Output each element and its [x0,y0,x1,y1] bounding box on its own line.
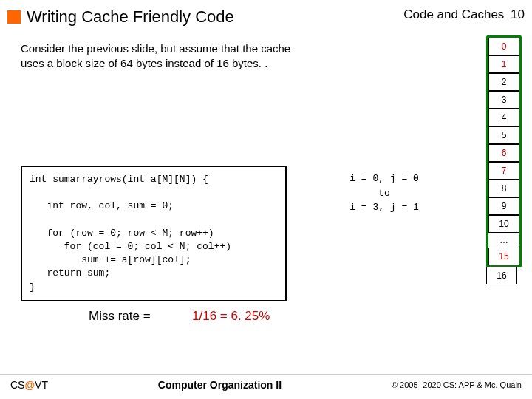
cache-row: 1 [488,55,519,73]
miss-rate-value: 1/16 = 6. 25% [192,309,270,324]
at-icon: @ [24,379,35,391]
footer-copyright: © 2005 -2020 CS: APP & Mc. Quain [392,381,522,389]
code-block: int sumarrayrows(int a[M][N]) { int row,… [21,166,287,301]
iteration-range: i = 0, j = 0 to i = 3, j = 1 [332,171,436,215]
ij-line1: i = 0, j = 0 [332,171,436,186]
footer-title: Computer Organization II [158,379,282,391]
footer-cs: CS [10,379,24,391]
ij-line3: i = 3, j = 1 [332,200,436,215]
page-number: 10 [511,7,525,21]
cache-row: 10 [488,215,519,233]
footer-brand: CS@VT [10,379,48,391]
bullet-icon [7,10,21,24]
miss-rate-label: Miss rate = [89,309,151,324]
ij-line2: to [332,186,436,201]
cache-row: 2 [488,73,519,91]
cache-ellipsis: … [488,233,519,248]
section-text: Code and Caches [403,7,504,21]
cache-row: 6 [488,144,519,162]
cache-diagram: 0 1 2 3 4 5 6 7 8 9 10 … 15 16 [486,35,522,284]
cache-row: 3 [488,91,519,109]
footer-vt: VT [35,379,48,391]
section-label: Code and Caches 10 [403,7,525,22]
cache-row: 9 [488,197,519,215]
slide-footer: CS@VT Computer Organization II © 2005 -2… [0,374,532,395]
cache-row: 4 [488,109,519,126]
cache-row: 0 [488,38,519,55]
slide-title: Writing Cache Friendly Code [27,7,234,27]
cache-overflow-row: 16 [486,267,517,284]
cache-row: 15 [488,248,519,265]
cache-row: 7 [488,162,519,180]
cache-frame: 0 1 2 3 4 5 6 7 8 9 10 … 15 [486,35,522,267]
intro-text: Consider the previous slide, but assume … [21,41,301,70]
cache-row: 8 [488,180,519,197]
cache-row: 5 [488,126,519,144]
